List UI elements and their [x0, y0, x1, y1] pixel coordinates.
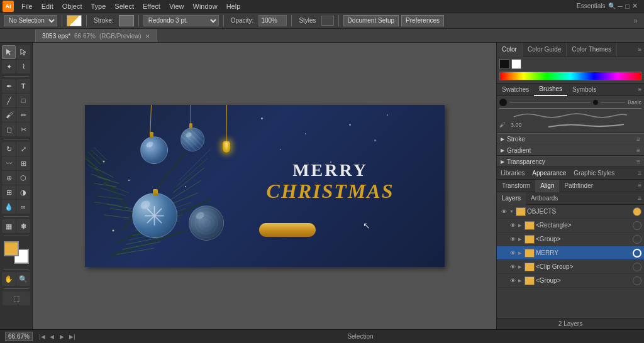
- layer-expand-arrow-group1[interactable]: ▶: [518, 237, 523, 242]
- direct-selection-tool-btn[interactable]: [16, 45, 30, 59]
- line-tool-btn[interactable]: ╱: [2, 94, 16, 107]
- shape-builder-btn[interactable]: ⊕: [2, 171, 16, 185]
- scissors-tool-btn[interactable]: ✂: [16, 122, 30, 136]
- search-icon[interactable]: 🔍: [608, 3, 616, 9]
- tab-align[interactable]: Align: [535, 180, 559, 192]
- brush-dot-1[interactable]: [499, 99, 507, 106]
- tab-symbols[interactable]: Symbols: [567, 84, 601, 96]
- menu-effect[interactable]: Effect: [139, 1, 164, 11]
- menu-file[interactable]: File: [18, 1, 36, 11]
- layer-expand-arrow-clip[interactable]: ▶: [518, 264, 523, 270]
- brush-dot-2[interactable]: [593, 100, 598, 105]
- tab-transform[interactable]: Transform: [497, 180, 535, 192]
- menu-object[interactable]: Object: [58, 1, 86, 11]
- eyedropper-btn[interactable]: 💧: [2, 200, 16, 214]
- fill-color-swatch[interactable]: [511, 59, 521, 69]
- layer-target-merry[interactable]: [633, 249, 641, 258]
- symbol-sprayer-btn[interactable]: ✽: [16, 219, 30, 233]
- font-dropdown[interactable]: Redondo 3 pt.: [143, 15, 219, 26]
- layer-target-group2[interactable]: [633, 276, 641, 285]
- gold-button[interactable]: [259, 223, 316, 237]
- preferences-btn[interactable]: Preferences: [401, 15, 444, 26]
- restore-btn[interactable]: □: [625, 3, 630, 10]
- layer-visibility-icon-group2[interactable]: 👁: [508, 276, 517, 285]
- opacity-input[interactable]: [258, 15, 287, 26]
- layer-visibility-icon-objects[interactable]: 👁: [499, 207, 508, 216]
- stroke-color-swatch[interactable]: [499, 59, 509, 69]
- options-expand-icon[interactable]: »: [633, 16, 640, 25]
- rotate-tool-btn[interactable]: ↻: [2, 142, 16, 156]
- transparency-expand-icon[interactable]: ≡: [636, 158, 640, 165]
- stroke-expand-icon[interactable]: ≡: [636, 136, 640, 143]
- pencil-tool-btn[interactable]: ✏: [16, 108, 30, 122]
- prev-page-btn[interactable]: ◀: [48, 332, 57, 341]
- layer-group-1[interactable]: 👁 ▶ <Group>: [497, 232, 644, 246]
- layer-target-rect[interactable]: [633, 221, 641, 230]
- hand-tool-btn[interactable]: ✋: [2, 272, 16, 286]
- selection-tool-btn[interactable]: [2, 45, 16, 59]
- mesh-tool-btn[interactable]: ⊞: [2, 185, 16, 199]
- menu-edit[interactable]: Edit: [38, 1, 57, 11]
- tab-appearance[interactable]: Appearance: [528, 167, 570, 180]
- layer-clip-group[interactable]: 👁 ▶ <Clip Group>: [497, 260, 644, 274]
- zoom-level-display[interactable]: 66.67%: [5, 332, 33, 341]
- layers-expand-icon[interactable]: ≡: [635, 195, 644, 202]
- layer-objects[interactable]: 👁 ▼ OBJECTS: [497, 205, 644, 219]
- tab-swatches[interactable]: Swatches: [497, 84, 534, 96]
- tab-graphic-styles[interactable]: Graphic Styles: [570, 167, 618, 180]
- menu-window[interactable]: Window: [189, 1, 221, 11]
- selection-dropdown[interactable]: No Selection: [4, 15, 57, 26]
- paintbrush-tool-btn[interactable]: 🖌: [2, 108, 16, 122]
- layer-visibility-icon-rect[interactable]: 👁: [508, 221, 517, 230]
- brushes-expand-icon[interactable]: ≡: [635, 86, 644, 93]
- tab-layers[interactable]: Layers: [497, 192, 526, 205]
- document-setup-btn[interactable]: Document Setup: [343, 15, 399, 26]
- tab-color-themes[interactable]: Color Themes: [567, 43, 617, 57]
- lasso-tool-btn[interactable]: ⌇: [16, 60, 30, 74]
- column-graph-btn[interactable]: ▦: [2, 219, 16, 233]
- layer-expand-arrow-rect[interactable]: ▶: [518, 223, 523, 228]
- tab-libraries[interactable]: Libraries: [497, 167, 528, 180]
- tab-close-icon[interactable]: ✕: [145, 33, 150, 40]
- pen-tool-btn[interactable]: ✒: [2, 79, 16, 93]
- transform-expand-icon[interactable]: ≡: [635, 182, 644, 189]
- panel-expand-icon[interactable]: ≡: [635, 46, 644, 53]
- layer-target-clip[interactable]: [633, 263, 641, 271]
- perspective-btn[interactable]: ⬡: [16, 171, 30, 185]
- tab-color-guide[interactable]: Color Guide: [523, 43, 567, 57]
- appearance-expand-icon[interactable]: ≡: [635, 170, 644, 177]
- gradient-tool-btn[interactable]: ◑: [16, 185, 30, 199]
- minimize-btn[interactable]: ─: [618, 3, 623, 10]
- next-page-btn[interactable]: ▶: [58, 332, 67, 341]
- artboard-tool-btn[interactable]: ⬚: [3, 291, 30, 305]
- layer-merry[interactable]: 👁 ▶ MERRY: [497, 246, 644, 260]
- blend-tool-btn[interactable]: ∞: [16, 200, 30, 214]
- eraser-tool-btn[interactable]: ◻: [2, 122, 16, 136]
- layer-visibility-icon-group1[interactable]: 👁: [508, 235, 517, 244]
- menu-view[interactable]: View: [165, 1, 188, 11]
- tab-pathfinder[interactable]: Pathfinder: [559, 180, 598, 192]
- canvas-area[interactable]: MERRY CHRISTMAS ↖: [33, 43, 496, 329]
- foreground-color-swatch[interactable]: [4, 241, 19, 256]
- type-tool-btn[interactable]: T: [16, 79, 30, 93]
- layer-expand-arrow-group2[interactable]: ▶: [518, 278, 523, 283]
- free-transform-btn[interactable]: ⊞: [16, 156, 30, 170]
- gradient-expand-icon[interactable]: ≡: [636, 147, 640, 154]
- layer-expand-arrow-objects[interactable]: ▼: [509, 209, 514, 214]
- layer-target-objects[interactable]: [633, 207, 641, 216]
- layer-visibility-icon-merry[interactable]: 👁: [508, 249, 517, 258]
- fill-swatch[interactable]: [67, 15, 82, 26]
- close-btn[interactable]: ✕: [632, 2, 638, 10]
- menu-help[interactable]: Help: [223, 1, 245, 11]
- menu-type[interactable]: Type: [87, 1, 110, 11]
- rect-tool-btn[interactable]: □: [16, 94, 30, 107]
- document-tab[interactable]: 3053.eps* 66.67% (RGB/Preview) ✕: [35, 30, 157, 42]
- layer-rectangle[interactable]: 👁 ▶ <Rectangle>: [497, 219, 644, 232]
- zoom-tool-btn[interactable]: 🔍: [16, 272, 30, 286]
- layer-group-2[interactable]: 👁 ▶ <Group>: [497, 274, 644, 288]
- styles-swatch[interactable]: [321, 16, 334, 26]
- layer-visibility-icon-clip[interactable]: 👁: [508, 263, 517, 271]
- stroke-swatch[interactable]: [119, 15, 134, 26]
- warp-tool-btn[interactable]: 〰: [2, 156, 16, 170]
- stroke-header[interactable]: ▶ Stroke ≡: [497, 133, 644, 144]
